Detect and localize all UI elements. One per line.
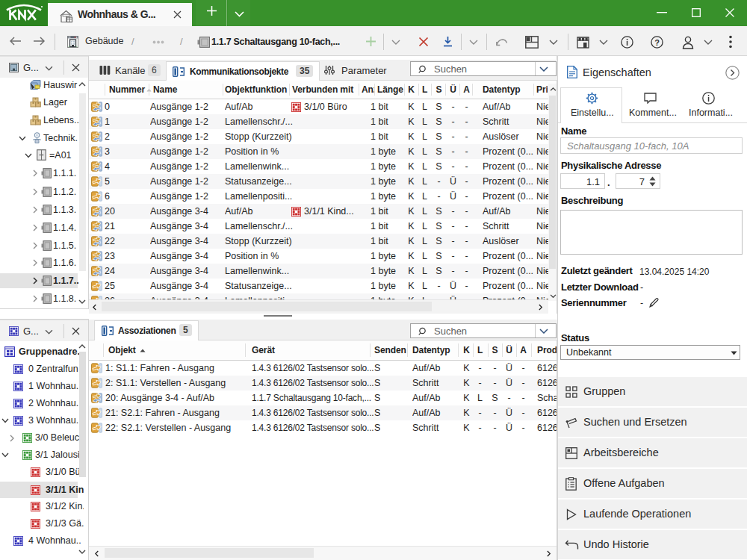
svg-text:?: ? <box>654 38 660 47</box>
